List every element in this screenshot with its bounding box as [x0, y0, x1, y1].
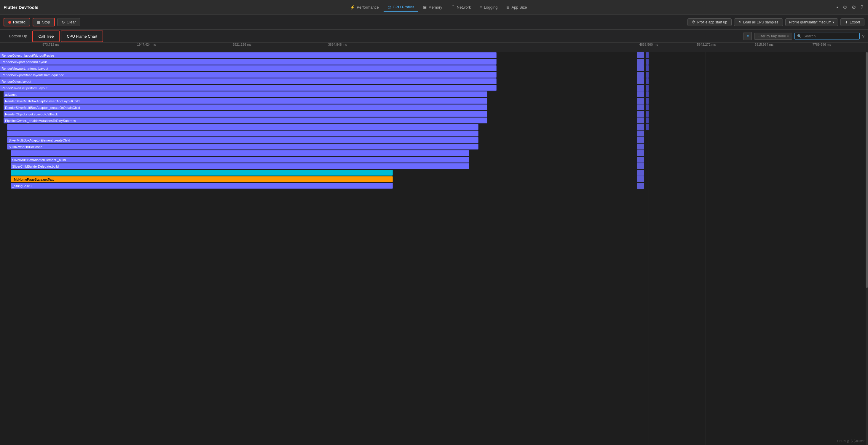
flame-row[interactable] — [0, 170, 637, 176]
tab-memory[interactable]: ▣ Memory — [419, 3, 446, 11]
scrollbar-track — [866, 52, 868, 445]
flame-block[interactable]: RenderSliverList.performLayout — [0, 85, 497, 91]
flame-indent — [0, 124, 7, 130]
tab-logging[interactable]: ≡ Logging — [476, 3, 502, 11]
flame-block[interactable]: PipelineOwner._enableMutationsToDirtySub… — [4, 117, 487, 123]
flame-block[interactable]: _StringBase.+ — [11, 183, 393, 189]
flame-row[interactable]: SliverMultiBoxAdaptorElement._build — [0, 157, 637, 163]
scrollbar-thumb[interactable] — [866, 52, 868, 288]
right-tick-0: 4868.560 ms — [639, 43, 658, 46]
flame-block[interactable] — [11, 170, 393, 176]
right-flame-indicator — [637, 130, 644, 137]
subtab-bottom-up[interactable]: Bottom Up — [4, 31, 32, 42]
flame-block[interactable]: RenderSliverMultiBoxAdaptor.insertAndLay… — [4, 98, 487, 104]
more-settings-icon[interactable]: ⚙ — [850, 3, 857, 11]
tab-cpu-profiler[interactable]: ◎ CPU Profiler — [383, 3, 418, 11]
settings-icon[interactable]: ⚙ — [842, 3, 848, 11]
flame-indent — [0, 170, 11, 176]
flame-block[interactable]: RenderViewport._attemptLayout — [0, 65, 497, 71]
flame-chart-left: RenderObject._layoutWithoutResize Render… — [0, 52, 637, 445]
export-icon: ⬇ — [845, 20, 848, 24]
flame-row[interactable]: _MyHomePageState.getText — [0, 176, 637, 183]
flame-indent — [0, 105, 4, 111]
flame-row[interactable]: RenderSliverMultiBoxAdaptor._createOrObt… — [0, 105, 637, 111]
flame-row[interactable]: SliverChildBuilderDelegate.build — [0, 163, 637, 170]
app-title: Flutter DevTools — [4, 5, 38, 10]
tick-0: 973.712 ms — [42, 43, 59, 46]
flame-row[interactable]: RenderObject._layoutWithoutResize — [0, 52, 637, 59]
flame-block[interactable]: SliverChildBuilderDelegate.build — [11, 163, 469, 169]
subtabs-row: Bottom Up Call Tree CPU Flame Chart ≡ Fi… — [0, 30, 868, 43]
flame-block[interactable]: BuildOwner.buildScope — [7, 144, 478, 150]
right-flame-indicator — [637, 176, 644, 182]
flame-row[interactable]: RenderSliverMultiBoxAdaptor.insertAndLay… — [0, 98, 637, 105]
right-flame-indicator-2 — [646, 59, 649, 65]
right-flame-indicator-2 — [646, 85, 649, 91]
search-icon: 🔍 — [797, 34, 802, 38]
flame-row[interactable] — [0, 130, 637, 137]
flame-row[interactable] — [0, 124, 637, 130]
flame-block[interactable]: advance — [4, 91, 487, 97]
clear-button[interactable]: ⊘ Clear — [57, 18, 80, 26]
right-flame-indicator — [637, 111, 644, 117]
flame-row[interactable]: BuildOwner.buildScope — [0, 144, 637, 150]
flame-block[interactable]: RenderObject._layoutWithoutResize — [0, 52, 497, 58]
record-button[interactable]: Record — [4, 18, 30, 26]
flame-row[interactable]: RenderObject.invokeLayoutCallback — [0, 111, 637, 117]
flame-row[interactable]: RenderSliverList.performLayout — [0, 85, 637, 91]
export-button[interactable]: ⬇ Export — [840, 19, 864, 26]
flame-row[interactable]: _StringBase.+ — [0, 183, 637, 189]
right-flame-indicator — [637, 117, 644, 123]
flame-indent — [0, 91, 4, 98]
flame-block[interactable]: SliverMultiBoxAdaptorElement.createChild — [7, 137, 478, 143]
flame-row[interactable]: RenderViewport._attemptLayout — [0, 65, 637, 72]
tab-network[interactable]: ⌒ Network — [447, 3, 475, 12]
stop-button[interactable]: Stop — [33, 18, 55, 26]
tab-app-size[interactable]: ⊞ App Size — [502, 3, 531, 11]
flame-block[interactable] — [7, 124, 478, 130]
right-flame-indicator — [637, 85, 644, 91]
tab-performance[interactable]: ⚡ Performance — [346, 3, 383, 11]
right-flame-indicator — [637, 59, 644, 65]
flame-block[interactable] — [11, 150, 469, 156]
flame-block[interactable]: _MyHomePageState.getText — [11, 176, 393, 182]
flame-row[interactable]: RenderObject.layout — [0, 78, 637, 85]
load-cpu-button[interactable]: ↻ Load all CPU samples — [734, 19, 783, 26]
flame-row[interactable] — [0, 150, 637, 157]
flame-block[interactable]: RenderObject.layout — [0, 78, 497, 84]
flame-row[interactable]: SliverMultiBoxAdaptorElement.createChild — [0, 137, 637, 144]
right-flame-indicator — [637, 52, 644, 58]
filter-icon-button[interactable]: ≡ — [743, 32, 752, 40]
filter-icon: ≡ — [747, 34, 749, 38]
tag-filter-select[interactable]: Filter by tag: none ▾ — [754, 33, 792, 40]
flame-block[interactable]: RenderSliverMultiBoxAdaptor._createOrObt… — [4, 105, 487, 110]
search-box[interactable]: 🔍 — [795, 33, 860, 39]
network-icon: ⌒ — [451, 5, 455, 10]
ruler-left: 973.712 ms 1947.424 ms 2921.136 ms 3894.… — [0, 43, 637, 52]
flame-row[interactable]: RenderViewport.performLayout — [0, 59, 637, 65]
search-input[interactable] — [803, 34, 857, 38]
flame-indent — [0, 157, 11, 163]
right-flame-indicator — [637, 105, 644, 110]
flame-row[interactable]: RenderViewportBase.layoutChildSequence — [0, 72, 637, 78]
right-flame-indicator-2 — [646, 78, 649, 84]
record-dot-icon — [8, 21, 11, 24]
subtab-call-tree[interactable]: Call Tree — [32, 31, 60, 42]
flame-block[interactable] — [7, 130, 478, 137]
flame-block[interactable]: RenderViewport.performLayout — [0, 59, 497, 65]
search-help-icon[interactable]: ? — [862, 34, 864, 38]
flame-row[interactable]: PipelineOwner._enableMutationsToDirtySub… — [0, 117, 637, 124]
flame-indent — [0, 144, 7, 150]
stop-square-icon — [37, 21, 40, 24]
flame-block[interactable]: SliverMultiBoxAdaptorElement._build — [11, 157, 469, 162]
help-icon[interactable]: ? — [859, 4, 864, 11]
right-flame-indicator — [637, 124, 644, 130]
subtab-cpu-flame-chart[interactable]: CPU Flame Chart — [61, 31, 103, 42]
granularity-button[interactable]: Profile granularity: medium ▾ — [785, 19, 838, 26]
profile-startup-button[interactable]: ⏱ Profile app start up — [687, 19, 732, 26]
right-flame-sparse — [637, 52, 866, 445]
flame-block[interactable]: RenderViewportBase.layoutChildSequence — [0, 72, 497, 78]
flame-row[interactable]: advance — [0, 91, 637, 98]
flame-block[interactable]: RenderObject.invokeLayoutCallback — [4, 111, 487, 117]
right-flame-indicator-2 — [646, 105, 649, 110]
